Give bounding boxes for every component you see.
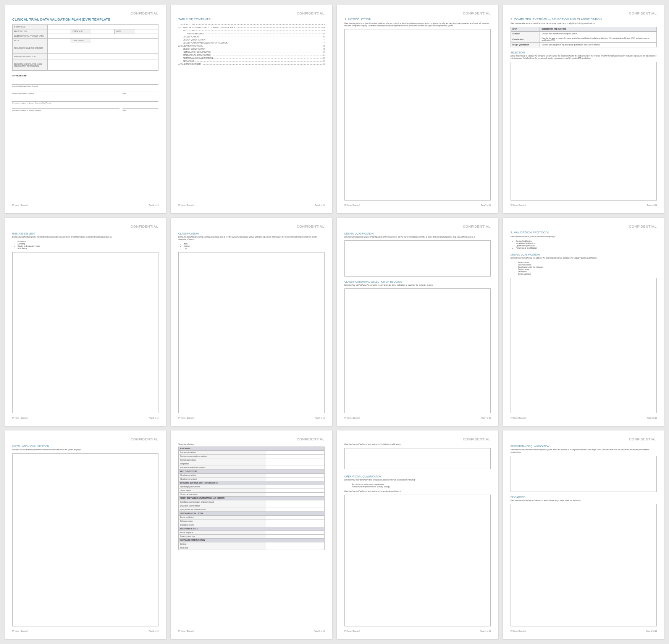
toc-item: 4. VALIDATION REPORTS13 <box>178 63 325 65</box>
page-2: CONFIDENTIAL TABLE OF CONTENTS 1. INTROD… <box>171 5 332 213</box>
page-3: CONFIDENTIAL 1. INTRODUCTION Describe th… <box>337 5 498 213</box>
input-box[interactable] <box>344 495 491 626</box>
doc-title: CLINICAL TRIAL DATA VALIDATION PLAN (DVP… <box>12 18 158 21</box>
input-box[interactable] <box>12 252 158 413</box>
toc-item: DESIGN QUALIFICATION8 <box>178 48 325 50</box>
input-box[interactable] <box>511 62 657 201</box>
input-box[interactable] <box>511 456 657 492</box>
toc-item: CLASSIFICATION AND SELECTION OF RECORDS7 <box>178 42 325 44</box>
input-box[interactable] <box>12 453 158 626</box>
toc-item: 3. VALIDATION PROTOCOL8 <box>178 45 325 47</box>
page-6: CONFIDENTIAL CLASSIFICATION Detail the c… <box>171 218 332 426</box>
page-10: CONFIDENTIAL Verify the following: HARDW… <box>171 430 332 639</box>
page-1: CONFIDENTIAL CLINICAL TRIAL DATA VALIDAT… <box>5 5 166 213</box>
toc-item: DESIGN QUALIFICATION7 <box>178 39 325 41</box>
input-box[interactable] <box>344 240 491 277</box>
input-box[interactable] <box>511 504 657 626</box>
bullet-list: Production Servicing Quality and regulat… <box>12 240 158 250</box>
input-box[interactable] <box>178 252 325 413</box>
confidential-label: CONFIDENTIAL <box>12 11 158 15</box>
toc-item: DEVIATIONS12 <box>178 60 325 62</box>
input-box[interactable] <box>511 278 657 413</box>
page-grid: CONFIDENTIAL CLINICAL TRIAL DATA VALIDAT… <box>5 5 664 639</box>
page-4: CONFIDENTIAL 2. COMPUTER SYSTEMS — SELEC… <box>503 5 664 213</box>
bullet-list: High Medium Low <box>178 243 325 250</box>
page-12: CONFIDENTIAL PERFORMANCE QUALIFICATION D… <box>503 430 664 639</box>
toc-item: INSTALLATION QUALIFICATION9 <box>178 51 325 53</box>
page-5: CONFIDENTIAL RISK ASSESSMENT Detail how … <box>5 218 166 426</box>
page-9: CONFIDENTIAL INSTALLATION QUALIFICATION … <box>5 430 166 639</box>
page-11: CONFIDENTIAL Describe how staff will doc… <box>337 430 498 639</box>
page-7: CONFIDENTIAL DESIGN QUALIFICATION Descri… <box>337 218 498 426</box>
toc-item: CLASSIFICATION6 <box>178 36 325 38</box>
input-box[interactable] <box>344 448 491 469</box>
toc-item: 2. COMPUTER SYSTEMS — SELECTION AND CLAS… <box>178 26 325 29</box>
input-box[interactable] <box>344 288 491 413</box>
verify-table: HARDWAREHardware installationHardware cu… <box>178 447 325 550</box>
toc-title: TABLE OF CONTENTS <box>178 18 325 21</box>
toc-item: 1. INTRODUCTION3 <box>178 23 325 26</box>
toc-item: RISK ASSESSMENT5 <box>178 32 325 35</box>
sig-line[interactable] <box>12 84 158 85</box>
meta-table: STUDY NAME PROTOCOL NO.VERSION NO.DATE I… <box>12 24 158 71</box>
input-box[interactable] <box>344 29 491 200</box>
approved-label: APPROVED BY: <box>12 74 158 77</box>
toc-item: PERFORMANCE QUALIFICATION12 <box>178 57 325 59</box>
toc-list: 1. INTRODUCTION32. COMPUTER SYSTEMS — SE… <box>178 23 325 66</box>
step-table: STEPDESCRIPTION AND PURPOSE SelectionDes… <box>511 27 657 47</box>
page-8: CONFIDENTIAL 3. VALIDATION PROTOCOL Desc… <box>503 218 664 426</box>
toc-item: OPERATIONAL QUALIFICATION11 <box>178 54 325 56</box>
toc-item: SELECTION4 <box>178 29 325 32</box>
